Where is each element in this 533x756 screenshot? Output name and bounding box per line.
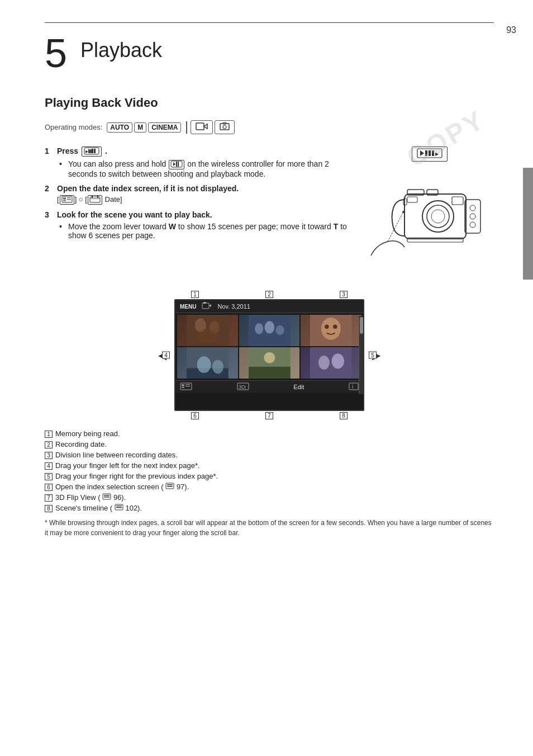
screen-bottom-bar: 3D ↕ Edit i: [175, 380, 363, 393]
legend-num-7: 7: [45, 494, 53, 502]
legend-text-4: Drag your finger left for the next index…: [55, 461, 200, 470]
mode-video-icon: [191, 120, 213, 134]
legend-num-1: 1: [45, 431, 53, 438]
legend-num-5: 5: [45, 473, 53, 480]
playback-button-icon: ▶⬛: [82, 147, 102, 157]
mode-auto: AUTO: [107, 122, 132, 133]
svg-point-59: [333, 324, 337, 328]
legend-item-6: 6 Open the index selection screen ( 97).: [45, 483, 494, 491]
top-playback-icon: ▶: [412, 147, 448, 162]
scene-thumb-4: [177, 347, 238, 379]
svg-rect-88: [116, 507, 122, 508]
index-icon: [60, 195, 74, 205]
svg-point-3: [223, 125, 226, 129]
screen-frame: MENU Nov. 3,2011: [174, 299, 364, 411]
camera-illustration-area: ▶: [365, 147, 494, 280]
svg-point-40: [470, 214, 475, 219]
legend-num-2: 2: [45, 441, 53, 448]
screen-diagram-section: 1 2 3 4 5 ◀ ▶ MENU: [45, 291, 494, 419]
label-num-2: 2: [265, 291, 273, 298]
scene-thumb-2: [239, 315, 300, 346]
legend-text-6: Open the index selection screen ( 97).: [55, 483, 189, 491]
legend-item-5: 5 Drag your finger right for the previou…: [45, 472, 494, 480]
step-1-number: 1: [45, 147, 54, 178]
scene-thumb-5: [239, 347, 300, 379]
svg-point-69: [332, 353, 344, 368]
legend-num-4: 4: [45, 462, 53, 470]
svg-point-51: [197, 329, 218, 343]
legend-text-3: Division line between recording dates.: [55, 451, 178, 459]
svg-rect-71: [182, 384, 184, 386]
svg-text:▶⬛: ▶⬛: [85, 149, 93, 154]
svg-point-63: [212, 360, 223, 374]
legend-item-8: 8 Scene's timeline ( 102).: [45, 504, 494, 512]
legend-item-7: 7 3D Flip View ( 96).: [45, 493, 494, 502]
step-3-number: 3: [45, 210, 54, 240]
footnote-text: * While browsing through index pages, a …: [45, 519, 492, 537]
scrollbar: [359, 316, 363, 394]
step-1-bullet-text: You can also press and hold on the wirel…: [68, 159, 354, 178]
legend-text-2: Recording date.: [55, 440, 107, 448]
scene-thumb-3: [301, 315, 361, 346]
step-3-title: Look for the scene you want to play back…: [57, 210, 354, 219]
svg-point-58: [325, 324, 329, 328]
bottom-edit-label: Edit: [293, 384, 304, 390]
scrollbar-thumb: [360, 317, 363, 334]
svg-rect-8: [94, 149, 96, 153]
svg-point-62: [197, 356, 211, 373]
page-number: 93: [506, 25, 516, 35]
copy-watermark: COPY: [401, 104, 490, 173]
svg-rect-35: [452, 197, 463, 205]
scene-thumb-1: [177, 315, 238, 346]
operating-modes-label: Operating modes:: [45, 123, 102, 131]
svg-point-43: [402, 211, 404, 213]
svg-rect-26: [429, 150, 431, 156]
svg-point-55: [275, 325, 284, 335]
screen-cam-icon: [202, 302, 212, 311]
step-3: 3 Look for the scene you want to play ba…: [45, 210, 354, 240]
mode-divider: [186, 121, 187, 134]
svg-point-57: [321, 318, 341, 340]
svg-rect-16: [63, 200, 66, 201]
mode-cinema: CINEMA: [148, 122, 181, 133]
svg-rect-20: [92, 196, 93, 198]
svg-rect-27: [432, 150, 434, 156]
svg-rect-74: [185, 386, 190, 387]
svg-rect-65: [249, 367, 291, 379]
svg-rect-12: [176, 162, 177, 167]
svg-rect-15: [63, 197, 66, 200]
svg-rect-73: [185, 384, 190, 385]
svg-rect-87: [116, 505, 122, 507]
step-2-content: Open the date index screen, if it is not…: [57, 184, 354, 205]
chapter-number: 5: [45, 33, 67, 73]
svg-marker-1: [204, 124, 207, 129]
svg-rect-13: [178, 162, 179, 167]
step-2-number: 2: [45, 184, 54, 205]
label-num-4: 4: [162, 352, 170, 359]
step-3-bullet: • Move the zoom lever toward W to show 1…: [57, 222, 354, 240]
scene-thumb-6: [301, 347, 361, 379]
svg-rect-67: [310, 347, 352, 379]
svg-line-42: [388, 212, 403, 242]
svg-text:↕: ↕: [244, 384, 247, 390]
legend-text-7: 3D Flip View ( 96).: [55, 493, 126, 502]
step-1-content: Press ▶⬛ . •: [57, 147, 354, 178]
screen-top-bar: MENU Nov. 3,2011: [175, 300, 363, 313]
svg-rect-45: [202, 303, 209, 309]
legend-list: 1 Memory being read. 2 Recording date. 3…: [45, 429, 494, 512]
label-num-5: 5: [369, 352, 377, 359]
svg-rect-78: [349, 383, 358, 390]
label-num-8: 8: [340, 412, 348, 419]
legend-text-1: Memory being read.: [55, 429, 120, 438]
legend-item-3: 3 Division line between recording dates.: [45, 451, 494, 459]
label-num-1: 1: [191, 291, 199, 298]
svg-rect-38: [465, 200, 480, 233]
scene-grid: [175, 313, 363, 380]
main-content: 1 Press ▶⬛ .: [45, 147, 354, 280]
svg-point-54: [264, 321, 274, 333]
operating-modes: Operating modes: AUTO M CINEMA: [45, 120, 494, 134]
label-num-7: 7: [265, 412, 273, 419]
svg-text:i: i: [352, 384, 353, 390]
step-2-sub: [ ] ○ [: [57, 195, 354, 205]
wireless-btn-icon: [169, 160, 184, 169]
